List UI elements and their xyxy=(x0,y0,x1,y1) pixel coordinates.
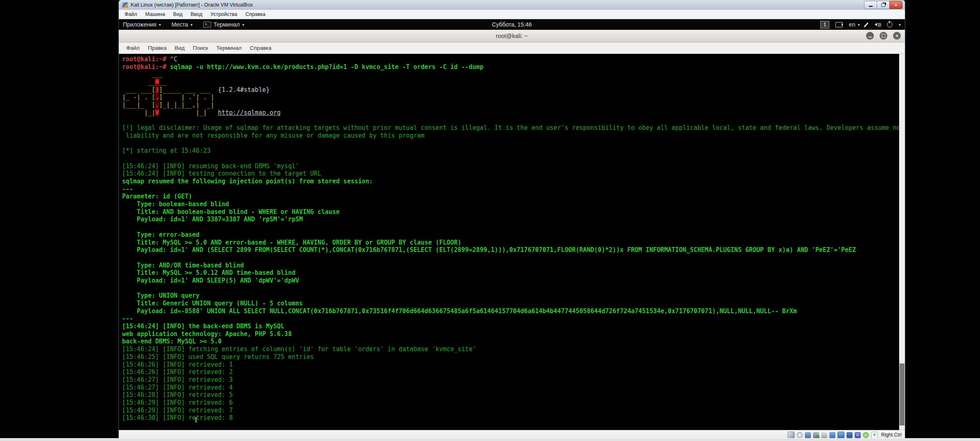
terminal-scrollbar[interactable] xyxy=(899,54,905,430)
vm-screen: Приложения ▾ Места ▾ >_ Терминал ▾ Суббо… xyxy=(119,19,905,430)
minimize-button[interactable] xyxy=(864,1,877,9)
host-taskbar-edge xyxy=(0,438,980,441)
terminal-line: root@kali:~# sqlmap -u http://www.kvm.co… xyxy=(122,63,898,71)
terminal-line: [15:46:24] [INFO] resuming back-end DBMS… xyxy=(122,163,898,170)
menu-machine[interactable]: Машина xyxy=(141,10,169,19)
usb-icon[interactable] xyxy=(821,432,827,438)
terminal-menu-file[interactable]: Файл xyxy=(122,45,144,51)
terminal-menubar: Файл Правка Вид Поиск Терминал Справка xyxy=(119,42,905,54)
terminal-line xyxy=(122,223,898,231)
terminal-line: Type: error-based xyxy=(122,231,898,239)
menu-devices[interactable]: Устройства xyxy=(207,10,241,19)
terminal-app-label: Терминал xyxy=(214,21,240,28)
terminal-window: root@kali: ~ × Файл Правка Вид Поиск Тер… xyxy=(119,30,905,430)
terminal-menu-search[interactable]: Поиск xyxy=(189,45,212,51)
menu-view[interactable]: Вид xyxy=(169,10,187,19)
close-button[interactable]: × xyxy=(889,1,902,9)
display-icon[interactable] xyxy=(837,432,844,439)
terminal-line: |_|V |_| http://sqlmap.org xyxy=(122,109,898,117)
terminal-line: [15:46:29] [INFO] retrieved: 7 xyxy=(122,407,898,414)
terminal-menu-terminal[interactable]: Терминал xyxy=(212,45,246,51)
terminal-line: __H__ xyxy=(122,78,898,86)
terminal-line: [15:46:28] [INFO] retrieved: 5 xyxy=(122,391,898,399)
terminal-line: back-end DBMS: MySQL >= 5.0 xyxy=(122,338,898,345)
terminal-line: web application technology: Apache, PHP … xyxy=(122,330,898,338)
terminal-close-button[interactable]: × xyxy=(893,32,901,40)
optical-drives-icon[interactable] xyxy=(797,432,803,438)
volume-icon[interactable]: ))) xyxy=(873,22,881,27)
shared-folders-icon[interactable] xyxy=(829,432,835,438)
terminal-line xyxy=(122,254,898,262)
chevron-down-icon: ▾ xyxy=(242,22,244,27)
terminal-line: [15:46:24] [INFO] testing connection to … xyxy=(122,170,898,178)
text-cursor: I xyxy=(195,416,197,424)
restore-icon xyxy=(881,3,885,7)
terminal-line xyxy=(122,140,898,147)
menu-help[interactable]: Справка xyxy=(241,10,270,19)
virtualbox-window: Kali Linux (чистая) [Работает] - Oracle … xyxy=(119,0,905,439)
speaker-cone-icon xyxy=(873,23,877,26)
terminal-app-menu[interactable]: >_ Терминал ▾ xyxy=(203,21,245,28)
terminal-line: Payload: id=1' AND (SELECT 2899 FROM(SEL… xyxy=(122,246,898,254)
window-controls: × xyxy=(864,1,902,9)
close-icon: × xyxy=(895,33,898,38)
terminal-line: [15:46:29] [INFO] retrieved: 6 xyxy=(122,399,898,407)
audio-icon[interactable] xyxy=(805,432,811,438)
network-icon[interactable] xyxy=(813,432,819,438)
terminal-line xyxy=(122,155,898,163)
terminal-menu-help[interactable]: Справка xyxy=(246,45,276,51)
video-capture-icon[interactable] xyxy=(846,432,853,438)
virtualbox-titlebar[interactable]: Kali Linux (чистая) [Работает] - Oracle … xyxy=(119,0,905,10)
kali-top-panel: Приложения ▾ Места ▾ >_ Терминал ▾ Суббо… xyxy=(119,19,905,30)
menu-file[interactable]: Файл xyxy=(120,10,141,19)
chevron-down-icon[interactable]: ▾ xyxy=(899,22,901,27)
applications-menu[interactable]: Приложения ▾ xyxy=(123,21,161,28)
scrollbar-thumb[interactable] xyxy=(900,363,904,425)
power-icon[interactable] xyxy=(887,22,893,27)
terminal-line xyxy=(122,285,898,292)
restore-button[interactable] xyxy=(877,1,890,9)
places-menu[interactable]: Места ▾ xyxy=(172,21,193,28)
features-icon[interactable] xyxy=(855,432,861,438)
applications-label: Приложения xyxy=(123,21,156,28)
terminal-maximize-button[interactable] xyxy=(880,32,887,40)
menu-input[interactable]: Ввод xyxy=(187,10,207,19)
terminal-line: Title: MySQL >= 5.0 AND error-based - WH… xyxy=(122,239,898,247)
terminal-line: Payload: id=1' AND SLEEP(5) AND 'dpWV'='… xyxy=(122,277,898,285)
terminal-line: [!] legal disclaimer: Usage of sqlmap fo… xyxy=(122,124,898,132)
terminal-titlebar[interactable]: root@kali: ~ × xyxy=(119,30,905,42)
screen: Kali Linux (чистая) [Работает] - Oracle … xyxy=(0,0,980,441)
chevron-down-icon: ▾ xyxy=(159,22,161,27)
terminal-line: [15:46:24] [INFO] the back-end DBMS is M… xyxy=(122,323,898,330)
workspace-indicator[interactable]: 1 xyxy=(820,21,829,29)
virtualbox-app-icon xyxy=(122,2,128,8)
terminal-line xyxy=(122,117,898,125)
terminal-menu-view[interactable]: Вид xyxy=(171,45,189,51)
terminal-line: Payload: id=1' AND 3387=3387 AND 'rpSM'=… xyxy=(122,216,898,223)
clock[interactable]: Суббота, 15:46 xyxy=(492,21,532,28)
terminal-body[interactable]: root@kali:~# ^Croot@kali:~# sqlmap -u ht… xyxy=(119,54,905,430)
terminal-line: [*] starting at 15:46:23 xyxy=(122,147,898,155)
statusbar-icons xyxy=(788,432,878,439)
hard-disks-icon[interactable] xyxy=(788,432,795,439)
terminal-line: liability and are not responsible for an… xyxy=(122,132,898,140)
keyboard-layout-switcher[interactable]: en ▾ xyxy=(849,21,860,28)
screen-recorder-icon[interactable] xyxy=(835,22,843,27)
terminal-title: root@kali: ~ xyxy=(496,33,528,39)
terminal-line: [15:46:27] [INFO] retrieved: 3 xyxy=(122,376,898,384)
window-title: Kali Linux (чистая) [Работает] - Oracle … xyxy=(131,2,253,8)
pen-icon[interactable] xyxy=(864,22,869,27)
terminal-line: [15:46:26] [INFO] retrieved: 1 xyxy=(122,361,898,369)
terminal-menu-edit[interactable]: Правка xyxy=(144,45,171,51)
close-icon: × xyxy=(894,2,898,8)
mouse-integration-icon[interactable] xyxy=(863,432,869,438)
host-key-label: Right Ctrl xyxy=(881,432,902,438)
panel-tray: 1 en ▾ ))) ▾ xyxy=(820,21,901,29)
keyboard-icon[interactable] xyxy=(871,432,878,439)
terminal-line: Title: Generic UNION query (NULL) - 5 co… xyxy=(122,300,898,307)
terminal-line: Type: AND/OR time-based blind xyxy=(122,262,898,270)
maximize-icon xyxy=(882,34,885,38)
panel-left: Приложения ▾ Места ▾ >_ Терминал ▾ xyxy=(123,21,244,28)
terminal-minimize-button[interactable] xyxy=(866,32,874,40)
terminal-line: [15:46:26] [INFO] retrieved: 2 xyxy=(122,368,898,376)
